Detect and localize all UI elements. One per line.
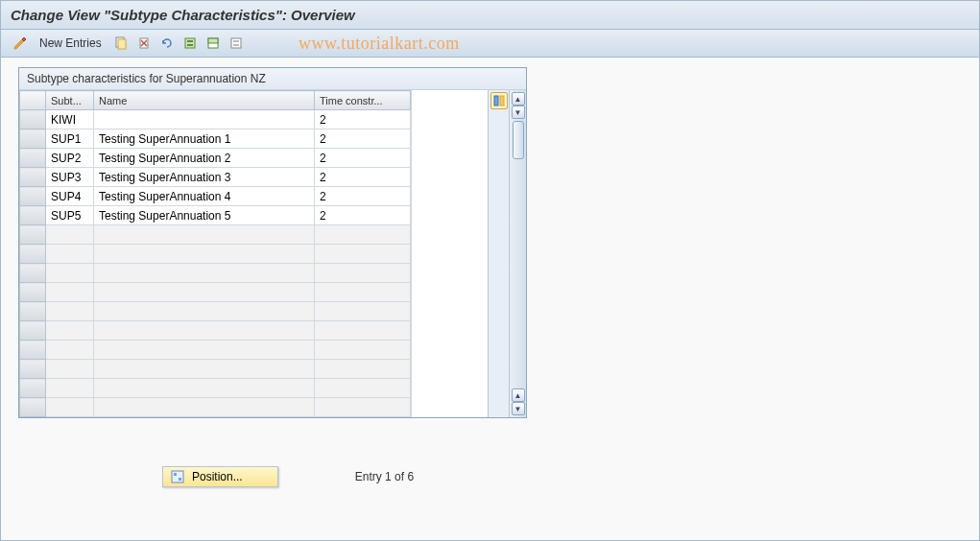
cell-name[interactable] [94, 379, 315, 398]
row-selector[interactable] [20, 379, 46, 398]
cell-tc[interactable] [315, 283, 411, 302]
col-header-tc[interactable]: Time constr... [315, 91, 411, 110]
table-row: SUP1Testing SuperAnnuation 12 [20, 129, 411, 149]
position-button[interactable]: Position... [162, 466, 278, 487]
panel-title: Subtype characteristics for Superannuati… [19, 68, 526, 90]
cell-tc[interactable] [315, 302, 411, 321]
row-selector[interactable] [20, 168, 46, 187]
cell-tc[interactable]: 2 [315, 149, 411, 168]
scroll-down-arrow[interactable]: ▼ [512, 402, 525, 415]
undo-icon[interactable] [157, 34, 177, 53]
svg-rect-14 [174, 473, 177, 476]
svg-rect-5 [187, 44, 193, 46]
cell-subt[interactable] [46, 341, 94, 360]
cell-subt[interactable] [46, 225, 94, 245]
cell-name[interactable]: Testing SuperAnnuation 5 [94, 206, 315, 225]
cell-subt[interactable] [46, 264, 94, 283]
cell-tc[interactable] [315, 398, 411, 417]
scroll-thumb[interactable] [513, 121, 524, 159]
cell-subt[interactable]: SUP4 [46, 187, 94, 206]
cell-subt[interactable]: KIWI [46, 110, 94, 129]
cell-subt[interactable] [46, 302, 94, 321]
cell-tc[interactable] [315, 379, 411, 398]
data-grid: Subt... Name Time constr... KIWI2SUP1Tes… [19, 90, 411, 417]
delete-icon[interactable] [134, 34, 154, 53]
content-area: Subtype characteristics for Superannuati… [1, 58, 979, 497]
cell-tc[interactable] [315, 360, 411, 379]
cell-name[interactable] [94, 302, 315, 321]
cell-name[interactable] [94, 283, 315, 302]
cell-tc[interactable]: 2 [315, 187, 411, 206]
row-selector[interactable] [20, 110, 46, 129]
watermark-text: www.tutorialkart.com [299, 34, 460, 54]
row-selector[interactable] [20, 245, 46, 264]
cell-name[interactable] [94, 341, 315, 360]
cell-subt[interactable] [46, 245, 94, 264]
toggle-change-icon[interactable] [11, 34, 30, 53]
svg-rect-3 [185, 38, 195, 48]
select-all-header[interactable] [20, 91, 46, 110]
table-row: SUP5Testing SuperAnnuation 52 [20, 206, 411, 225]
cell-name[interactable] [94, 225, 315, 245]
cell-subt[interactable] [46, 283, 94, 302]
row-selector[interactable] [20, 360, 46, 379]
configure-columns-icon[interactable] [490, 92, 508, 109]
table-row: KIWI2 [20, 110, 411, 129]
cell-tc[interactable] [315, 264, 411, 283]
cell-name[interactable]: Testing SuperAnnuation 1 [94, 129, 315, 149]
scroll-up-arrow-bottom[interactable]: ▲ [512, 388, 525, 402]
table-row-empty [20, 264, 411, 283]
row-selector[interactable] [20, 398, 46, 417]
cell-name[interactable]: Testing SuperAnnuation 3 [94, 168, 315, 187]
row-selector[interactable] [20, 283, 46, 302]
cell-tc[interactable] [315, 321, 411, 341]
row-selector[interactable] [20, 264, 46, 283]
cell-tc[interactable]: 2 [315, 206, 411, 225]
cell-tc[interactable] [315, 225, 411, 245]
row-selector[interactable] [20, 341, 46, 360]
select-block-icon[interactable] [203, 34, 223, 53]
col-header-subt[interactable]: Subt... [46, 91, 94, 110]
vertical-scrollbar[interactable]: ▲ ▼ ▲ ▼ [509, 90, 526, 417]
cell-name[interactable]: Testing SuperAnnuation 4 [94, 187, 315, 206]
cell-tc[interactable] [315, 341, 411, 360]
cell-tc[interactable] [315, 245, 411, 264]
cell-subt[interactable] [46, 360, 94, 379]
cell-name[interactable] [94, 321, 315, 341]
cell-subt[interactable]: SUP3 [46, 168, 94, 187]
cell-subt[interactable]: SUP5 [46, 206, 94, 225]
col-header-name[interactable]: Name [94, 91, 315, 110]
row-selector[interactable] [20, 187, 46, 206]
cell-subt[interactable] [46, 379, 94, 398]
row-selector[interactable] [20, 206, 46, 225]
copy-icon[interactable] [111, 34, 131, 53]
row-selector[interactable] [20, 321, 46, 341]
cell-tc[interactable]: 2 [315, 110, 411, 129]
cell-name[interactable] [94, 110, 315, 129]
cell-tc[interactable]: 2 [315, 168, 411, 187]
table-row: SUP4Testing SuperAnnuation 42 [20, 187, 411, 206]
deselect-all-icon[interactable] [227, 34, 246, 53]
row-selector[interactable] [20, 225, 46, 245]
row-selector[interactable] [20, 129, 46, 149]
cell-subt[interactable]: SUP1 [46, 129, 94, 149]
scroll-down-arrow-top[interactable]: ▼ [512, 106, 525, 119]
row-selector[interactable] [20, 302, 46, 321]
cell-subt[interactable] [46, 398, 94, 417]
table-row-empty [20, 398, 411, 417]
select-all-icon[interactable] [180, 34, 200, 53]
cell-name[interactable] [94, 245, 315, 264]
svg-rect-7 [208, 38, 218, 43]
row-selector[interactable] [20, 149, 46, 168]
cell-name[interactable]: Testing SuperAnnuation 2 [94, 149, 315, 168]
scroll-up-arrow[interactable]: ▲ [512, 92, 525, 106]
cell-subt[interactable]: SUP2 [46, 149, 94, 168]
new-entries-button[interactable]: New Entries [34, 36, 108, 50]
cell-name[interactable] [94, 264, 315, 283]
cell-name[interactable] [94, 360, 315, 379]
table-row-empty [20, 379, 411, 398]
svg-rect-11 [494, 96, 498, 106]
cell-name[interactable] [94, 398, 315, 417]
cell-subt[interactable] [46, 321, 94, 341]
cell-tc[interactable]: 2 [315, 129, 411, 149]
